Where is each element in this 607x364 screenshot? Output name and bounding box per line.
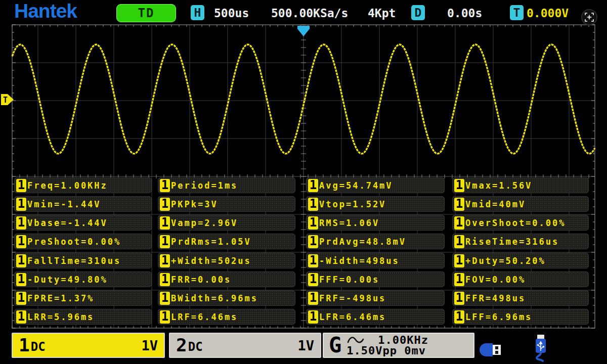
expand-icon[interactable] — [580, 8, 598, 26]
generator-amplitude-offset: 1.50Vpp 0mv — [346, 345, 428, 356]
bottom-bar: 1 DC 1V 2 DC 1V G 1.00KHz 1.50Vpp 0mv — [0, 330, 607, 364]
generator-amplitude: 1.50Vpp — [346, 344, 397, 357]
scope-display: T — [0, 0, 607, 364]
timebase-value: 500us — [214, 7, 249, 20]
generator-frequency: 1.00KHz — [378, 335, 428, 345]
channel1-scale: 1V — [141, 338, 158, 353]
trigger-icon: T — [510, 5, 524, 20]
usb-connector-icon — [530, 334, 551, 363]
generator-box[interactable]: G 1.00KHz 1.50Vpp 0mv — [323, 333, 474, 358]
horizontal-offset-value: 0.00s — [447, 7, 482, 20]
delay-icon: D — [411, 5, 425, 20]
channel2-number: 2 — [176, 334, 187, 357]
channel1-number: 1 — [19, 334, 30, 357]
channel2-box[interactable]: 2 DC 1V — [169, 333, 321, 358]
sample-rate-value: 500.00KSa/s — [271, 7, 348, 20]
trigger-marker-label: T — [3, 96, 8, 105]
trigger-status-badge: TD — [116, 4, 176, 22]
channel1-coupling: DC — [31, 337, 46, 354]
top-status-bar: Hantek TD H 500us 500.00KSa/s 4Kpt D 0.0… — [0, 0, 607, 25]
trigger-position-marker[interactable] — [297, 26, 310, 36]
channel1-box[interactable]: 1 DC 1V — [12, 333, 165, 358]
generator-offset: 0mv — [404, 344, 426, 357]
trigger-level-value: 0.000V — [527, 7, 569, 20]
sine-wave-icon — [346, 336, 365, 345]
channel2-scale: 1V — [297, 338, 314, 353]
usb-drive-icon — [478, 342, 504, 358]
generator-readout: 1.00KHz 1.50Vpp 0mv — [346, 335, 428, 356]
channel2-coupling: DC — [188, 337, 203, 354]
horizontal-icon: H — [191, 5, 204, 20]
hantek-logo: Hantek — [14, 0, 77, 22]
memory-depth-value: 4Kpt — [368, 7, 396, 20]
generator-label: G — [329, 334, 341, 356]
